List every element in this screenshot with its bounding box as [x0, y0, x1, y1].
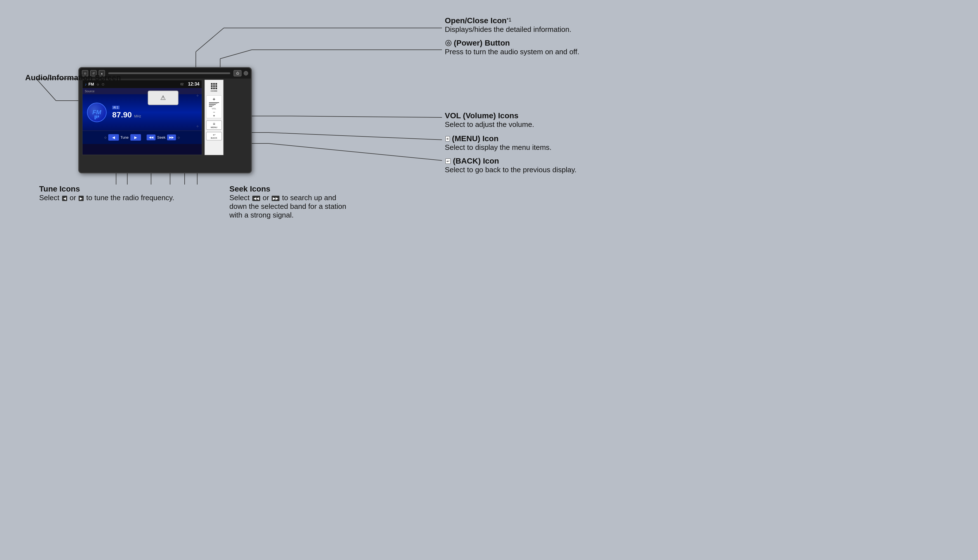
- menu-button[interactable]: ≡ MENU: [206, 120, 222, 130]
- home-dot-4: [211, 85, 213, 87]
- svg-line-12: [269, 133, 442, 140]
- music-icon: ♪: [85, 82, 87, 87]
- home-dot-9: [215, 88, 217, 89]
- seek-left-icon-inline: ◀◀: [252, 196, 260, 201]
- stereo-unit: ⊙ ↺ ▲ ⏻ ♪ FM ◇ ⬡ 02 12:34 Source FM: [78, 67, 252, 173]
- tune-icons-desc: Select ◀ or ▶ to tune the radio frequenc…: [39, 193, 174, 202]
- tune-icons-annotation: Tune Icons Select ◀ or ▶ to tune the rad…: [39, 185, 174, 202]
- vol-section: + VOL − ◆: [206, 95, 222, 118]
- source-label: Source: [85, 90, 95, 93]
- seek-left-button[interactable]: ◀◀: [147, 135, 155, 140]
- audio-screen-annotation: Audio/Information Screen: [25, 73, 121, 82]
- back-icon-desc: Select to go back to the previous displa…: [445, 165, 577, 174]
- vol-diamond: ◆: [213, 114, 215, 117]
- band-info: AI 1: [112, 106, 141, 109]
- power-button[interactable]: ⏻: [234, 70, 242, 76]
- vol-line-3: [209, 104, 216, 105]
- vol-line-1: [209, 102, 219, 103]
- back-label: BACK: [211, 137, 217, 139]
- tune-right-button[interactable]: ▶: [130, 134, 141, 141]
- line3: [98, 115, 99, 117]
- menu-icon-inline: ≡: [446, 136, 450, 142]
- seek-icons-annotation: Seek Icons Select ◀◀ or ▶▶ to search up …: [229, 185, 346, 220]
- vol-line-4: [209, 105, 214, 106]
- back-icon-annotation: ↩ (BACK) Icon Select to go back to the p…: [445, 157, 577, 174]
- frequency-area: AI 1 87.90 MHz: [112, 106, 141, 119]
- seek-label: Seek: [157, 135, 165, 140]
- menu-icon-annotation: ≡ (MENU) Icon Select to display the menu…: [445, 134, 552, 152]
- svg-line-4: [220, 50, 252, 59]
- fm-logo-text: FM: [92, 109, 101, 116]
- screen-main: FM AI 1 87.90 MHz ◇ ◇: [82, 94, 202, 130]
- scroll-marker-top: ◇: [197, 94, 199, 97]
- vol-icons-title: VOL (Volume) Icons: [445, 111, 518, 120]
- home-dot-2: [213, 83, 215, 85]
- home-dot-6: [215, 85, 217, 87]
- home-dot-5: [213, 85, 215, 87]
- clock-display: 12:34: [188, 82, 199, 87]
- open-close-icon-title: Open/Close Icon: [445, 16, 507, 25]
- seek-control-group: ◀◀ Seek ▶▶ ◇: [147, 135, 180, 140]
- line1: [95, 115, 96, 119]
- right-panel: HOME + VOL − ◆ ≡ MENU: [205, 80, 224, 155]
- svg-line-10: [291, 116, 442, 117]
- band-box: AI 1: [112, 106, 119, 109]
- vol-minus-icon[interactable]: −: [213, 110, 215, 114]
- warning-triangle-icon: ⚠: [160, 94, 166, 102]
- menu-icon: ≡: [213, 122, 215, 126]
- open-close-icon-annotation: Open/Close Icon*1 Displays/hides the det…: [445, 16, 571, 34]
- back-button[interactable]: ↩ BACK: [206, 132, 222, 140]
- line2: [96, 115, 97, 118]
- vol-label: VOL: [209, 102, 219, 110]
- tune-left-button[interactable]: ◀: [108, 134, 119, 141]
- power-button-annotation: ⏻ (Power) Button Press to turn the audio…: [445, 38, 579, 56]
- home-grid-icon: [211, 83, 217, 89]
- tune-left-diamond: ◇: [104, 136, 107, 139]
- open-close-icon-desc: Displays/hides the detailed information.: [445, 25, 571, 33]
- tune-icons-title: Tune Icons: [39, 185, 80, 193]
- screen-controls: ◇ ◀ Tune ▶ ◀◀ Seek ▶▶ ◇: [82, 130, 202, 144]
- audio-screen-title: Audio/Information Screen: [25, 73, 121, 82]
- menu-label: MENU: [211, 126, 217, 128]
- seek-right-diamond: ◇: [178, 136, 180, 139]
- power-circle-icon: ⏻: [446, 40, 452, 46]
- power-button-title: (Power) Button: [454, 38, 510, 48]
- tune-control-group: ◇ ◀ Tune ▶: [104, 134, 141, 141]
- back-icon: ↩: [213, 133, 215, 137]
- fm-label: FM: [88, 82, 94, 87]
- track-number: 02: [180, 83, 184, 86]
- vol-lines: [209, 102, 219, 107]
- home-button[interactable]: HOME: [206, 82, 222, 93]
- menu-icon-title: (MENU) Icon: [452, 134, 499, 143]
- home-dot-3: [215, 83, 217, 85]
- svg-line-1: [196, 28, 224, 52]
- menu-icon-desc: Select to display the menu items.: [445, 143, 552, 152]
- home-dot-7: [211, 88, 213, 89]
- slider-track: [108, 72, 230, 74]
- audio-screen: ♪ FM ◇ ⬡ 02 12:34 Source FM AI 1: [82, 80, 202, 155]
- frequency-display: 87.90 MHz: [112, 110, 141, 119]
- tune-right-icon-inline: ▶: [78, 196, 83, 201]
- mhz-label: MHz: [134, 114, 141, 118]
- svg-line-14: [269, 143, 442, 160]
- tune-label: Tune: [120, 135, 129, 140]
- source-bar: Source: [82, 88, 202, 94]
- diamond-icon: ◇: [97, 83, 99, 86]
- open-close-icon-sup: *1: [507, 17, 511, 23]
- home-dot-8: [213, 88, 215, 89]
- power-button-desc: Press to turn the audio system on and of…: [445, 48, 579, 56]
- top-circle: [244, 71, 248, 75]
- vol-icons-annotation: VOL (Volume) Icons Select to adjust the …: [445, 111, 534, 129]
- seek-right-button[interactable]: ▶▶: [167, 135, 176, 140]
- back-icon-inline: ↩: [446, 158, 451, 164]
- home-dot-1: [211, 83, 213, 85]
- vol-line-5: [209, 106, 212, 107]
- vol-line-2: [209, 103, 217, 104]
- fm-logo: FM: [87, 103, 107, 122]
- seek-icons-desc: Select ◀◀ or ▶▶ to search up and down th…: [229, 193, 346, 219]
- vol-plus-icon[interactable]: +: [213, 97, 215, 102]
- home-label: HOME: [211, 90, 217, 92]
- seek-icons-title: Seek Icons: [229, 185, 270, 193]
- warning-button[interactable]: ⚠: [148, 91, 179, 105]
- vol-icons-desc: Select to adjust the volume.: [445, 120, 534, 128]
